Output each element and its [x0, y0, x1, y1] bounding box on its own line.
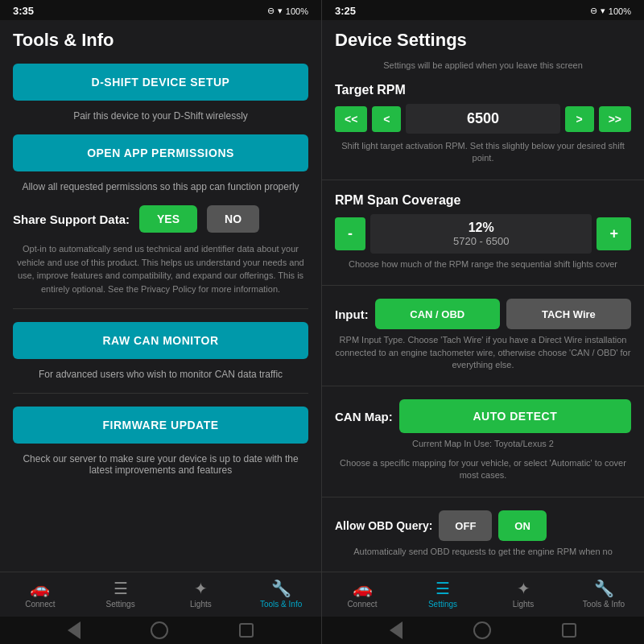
rpm-dec-button[interactable]: < — [372, 106, 401, 132]
left-status-bar: 3:35 ⊖ ▾ 100% — [0, 0, 321, 20]
target-rpm-label: Target RPM — [335, 83, 631, 97]
right-screen: Device Settings Settings will be applied… — [322, 20, 644, 572]
left-header: Tools & Info — [0, 20, 321, 57]
obd-on-button[interactable]: ON — [498, 510, 547, 541]
span-description: Choose how much of the RPM range the seq… — [335, 257, 631, 275]
right-back-button[interactable] — [390, 621, 402, 639]
device-setup-button[interactable]: D-SHIFT DEVICE SETUP — [13, 64, 308, 101]
right-status-bar: 3:25 ⊖ ▾ 100% — [322, 0, 644, 20]
rpm-value-display: 6500 — [406, 104, 559, 134]
right-settings-label: Settings — [428, 600, 457, 609]
raw-can-button[interactable]: RAW CAN MONITOR — [13, 322, 308, 359]
obd-query-section: Allow OBD Query: OFF ON Automatically se… — [322, 504, 644, 566]
divider-2 — [13, 393, 308, 394]
no-button[interactable]: NO — [207, 205, 259, 233]
divider-canmap — [322, 497, 644, 497]
right-wifi-icon: ▾ — [601, 6, 605, 16]
left-tools-icon: 🔧 — [271, 579, 291, 598]
left-settings-icon: ☰ — [114, 579, 128, 598]
open-permissions-button[interactable]: OPEN APP PERMISSIONS — [13, 134, 308, 171]
input-row: Input: CAN / OBD TACH Wire — [335, 299, 631, 329]
left-settings-label: Settings — [106, 600, 135, 609]
left-signal-icon: ⊖ — [267, 6, 275, 16]
left-connect-label: Connect — [25, 600, 55, 609]
right-tools-label: Tools & Info — [583, 600, 625, 609]
span-range: 5720 - 6500 — [377, 235, 585, 247]
privacy-text: Opt-in to automatically send us technica… — [0, 239, 321, 302]
right-header: Device Settings — [322, 20, 644, 57]
span-plus-button[interactable]: + — [597, 217, 631, 250]
can-map-description: Choose a specific mapping for your vehic… — [335, 456, 631, 487]
rpm-span-section: RPM Span Coverage - 12% 5720 - 6500 + Ch… — [322, 187, 644, 279]
firmware-subtitle: Check our server to make sure your devic… — [0, 450, 321, 482]
right-lights-icon: ✦ — [517, 579, 530, 598]
obd-row: Allow OBD Query: OFF ON — [335, 510, 631, 541]
right-connect-icon: 🚗 — [353, 579, 373, 598]
rpm-inc-large-button[interactable]: >> — [599, 106, 631, 132]
left-nav-connect[interactable]: 🚗 Connect — [0, 579, 80, 609]
span-value-display: 12% 5720 - 6500 — [370, 214, 592, 254]
left-bottom-nav: 🚗 Connect ☰ Settings ✦ Lights 🔧 Tools & … — [0, 572, 321, 617]
obd-description: Automatically send OBD requests to get t… — [335, 544, 631, 563]
target-rpm-section: Target RPM << < 6500 > >> Sh — [322, 76, 644, 173]
left-status-icons: ⊖ ▾ 100% — [267, 6, 308, 16]
right-lights-label: Lights — [513, 600, 535, 609]
obd-off-button[interactable]: OFF — [439, 510, 492, 541]
left-nav-tools[interactable]: 🔧 Tools & Info — [241, 579, 321, 609]
left-battery-icon: 100% — [286, 6, 308, 16]
left-time: 3:35 — [13, 5, 34, 17]
right-nav-settings[interactable]: ☰ Settings — [402, 579, 483, 609]
right-title: Device Settings — [335, 30, 467, 50]
auto-detect-button[interactable]: AUTO DETECT — [399, 399, 631, 433]
right-signal-icon: ⊖ — [590, 6, 597, 16]
can-map-section: CAN Map: AUTO DETECT Current Map In Use:… — [322, 393, 644, 489]
span-percent: 12% — [377, 221, 585, 235]
can-map-label: CAN Map: — [335, 410, 393, 423]
can-obd-button[interactable]: CAN / OBD — [375, 299, 500, 329]
input-description: RPM Input Type. Choose 'Tach Wire' if yo… — [335, 332, 631, 376]
left-lights-label: Lights — [190, 600, 212, 609]
right-time: 3:25 — [335, 5, 356, 17]
share-label: Share Support Data: — [13, 213, 130, 226]
rpm-description: Shift light target activation RPM. Set t… — [335, 138, 631, 170]
right-nav-lights[interactable]: ✦ Lights — [483, 579, 564, 609]
tach-wire-button[interactable]: TACH Wire — [506, 299, 631, 329]
right-recents-button[interactable] — [562, 623, 576, 638]
right-phone: 3:25 ⊖ ▾ 100% Device Settings Settings w… — [322, 0, 644, 644]
rpm-span-label: RPM Span Coverage — [335, 193, 631, 208]
input-section: Input: CAN / OBD TACH Wire RPM Input Typ… — [322, 292, 644, 379]
divider-span — [322, 285, 644, 286]
firmware-button[interactable]: FIRMWARE UPDATE — [13, 407, 308, 444]
right-bottom-nav: 🚗 Connect ☰ Settings ✦ Lights 🔧 Tools & … — [322, 572, 644, 617]
left-nav-lights[interactable]: ✦ Lights — [161, 579, 242, 609]
left-tools-label: Tools & Info — [260, 600, 302, 609]
rpm-control-row: << < 6500 > >> — [335, 104, 631, 134]
right-nav-connect[interactable]: 🚗 Connect — [322, 579, 402, 609]
open-permissions-subtitle: Allow all requested permissions so this … — [0, 178, 321, 199]
left-lights-icon: ✦ — [194, 579, 208, 598]
current-map-text: Current Map In Use: Toyota/Lexus 2 — [335, 436, 631, 455]
can-map-row: CAN Map: AUTO DETECT — [335, 399, 631, 433]
right-settings-icon: ☰ — [436, 579, 450, 598]
left-recents-button[interactable] — [239, 623, 254, 638]
right-status-icons: ⊖ ▾ 100% — [590, 6, 631, 16]
span-control-row: - 12% 5720 - 6500 + — [335, 214, 631, 254]
raw-can-subtitle: For advanced users who wish to monitor C… — [0, 365, 321, 386]
left-back-button[interactable] — [68, 621, 80, 639]
rpm-dec-large-button[interactable]: << — [335, 106, 367, 132]
right-home-button[interactable] — [473, 621, 491, 639]
share-support-row: Share Support Data: YES NO — [0, 199, 321, 239]
right-tools-icon: 🔧 — [594, 579, 614, 598]
settings-subtitle: Settings will be applied when you leave … — [322, 57, 644, 76]
right-connect-label: Connect — [347, 600, 377, 609]
right-nav-tools[interactable]: 🔧 Tools & Info — [564, 579, 644, 609]
yes-button[interactable]: YES — [139, 205, 197, 233]
left-phone: 3:35 ⊖ ▾ 100% Tools & Info D-SHIFT DEVIC… — [0, 0, 322, 644]
span-minus-button[interactable]: - — [335, 217, 365, 250]
rpm-inc-button[interactable]: > — [565, 106, 594, 132]
divider-1 — [13, 308, 308, 309]
left-home-button[interactable] — [151, 621, 168, 639]
left-nav-settings[interactable]: ☰ Settings — [80, 579, 161, 609]
left-screen: Tools & Info D-SHIFT DEVICE SETUP Pair t… — [0, 20, 321, 572]
right-home-indicator — [322, 617, 644, 644]
